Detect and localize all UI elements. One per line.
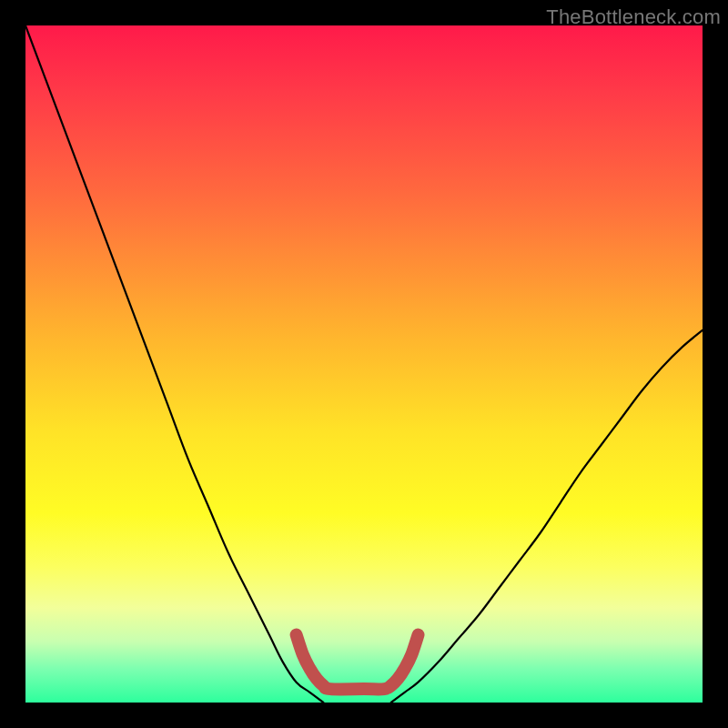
plot-svg: [25, 25, 703, 703]
watermark-text: TheBottleneck.com: [546, 5, 721, 29]
chart-frame: TheBottleneck.com: [0, 0, 728, 728]
plot-area: [25, 25, 703, 703]
series-left-falling-curve: [25, 25, 323, 703]
series-right-rising-curve: [391, 330, 703, 703]
series-bottom-red-u: [297, 635, 419, 690]
